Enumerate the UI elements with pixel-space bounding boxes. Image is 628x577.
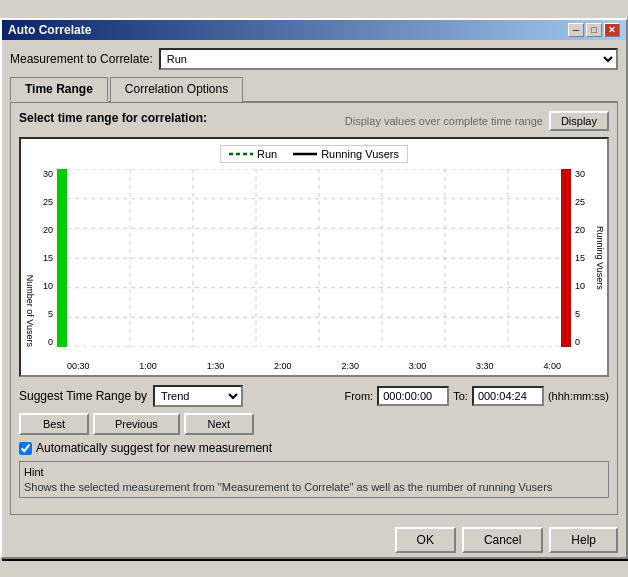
auto-correlate-window: Auto Correlate ─ □ ✕ Measurement to Corr…	[0, 18, 628, 559]
tab-time-range[interactable]: Time Range	[10, 77, 108, 102]
chart-legend: Run Running Vusers	[220, 145, 408, 163]
next-button[interactable]: Next	[184, 413, 254, 435]
help-button[interactable]: Help	[549, 527, 618, 553]
title-bar-buttons: ─ □ ✕	[568, 23, 620, 37]
bottom-button-bar: OK Cancel Help	[2, 523, 626, 557]
to-label: To:	[453, 390, 468, 402]
hms-label: (hhh:mm:ss)	[548, 390, 609, 402]
tab-bar: Time Range Correlation Options	[10, 76, 618, 103]
auto-suggest-checkbox[interactable]	[19, 442, 32, 455]
tab-correlation-options[interactable]: Correlation Options	[110, 77, 243, 102]
close-button[interactable]: ✕	[604, 23, 620, 37]
previous-button[interactable]: Previous	[93, 413, 180, 435]
auto-suggest-label: Automatically suggest for new measuremen…	[36, 441, 272, 455]
green-range-bar[interactable]	[57, 169, 67, 347]
display-button[interactable]: Display	[549, 111, 609, 131]
display-area: Display values over complete time range …	[345, 111, 609, 131]
legend-running-vusers: Running Vusers	[293, 148, 399, 160]
from-label: From:	[344, 390, 373, 402]
chart-svg	[67, 169, 571, 347]
legend-run: Run	[229, 148, 277, 160]
display-values-text: Display values over complete time range	[345, 115, 543, 127]
suggest-label: Suggest Time Range by	[19, 389, 147, 403]
best-button[interactable]: Best	[19, 413, 89, 435]
from-input[interactable]	[377, 386, 449, 406]
window-title: Auto Correlate	[8, 23, 91, 37]
ok-button[interactable]: OK	[395, 527, 456, 553]
maximize-button[interactable]: □	[586, 23, 602, 37]
hint-text: Shows the selected measurement from "Mea…	[24, 481, 604, 493]
y-label-left: Number of Vusers	[25, 169, 35, 347]
suggest-combo[interactable]: Trend Percentile Manual	[153, 385, 243, 407]
title-bar: Auto Correlate ─ □ ✕	[2, 20, 626, 40]
from-to-group: From: To: (hhh:mm:ss)	[344, 386, 609, 406]
section-header-row: Select time range for correlation: Displ…	[19, 111, 609, 131]
nav-buttons: Best Previous Next	[19, 413, 609, 435]
measurement-combo[interactable]: Run	[159, 48, 618, 70]
hint-title: Hint	[24, 466, 604, 478]
measurement-row: Measurement to Correlate: Run	[10, 48, 618, 70]
section-title: Select time range for correlation:	[19, 111, 207, 125]
red-range-bar[interactable]	[561, 169, 571, 347]
chart-container: Run Running Vusers 30 25 20 15 10 5 0	[19, 137, 609, 377]
y-label-right: Running Vusers	[595, 169, 605, 347]
cancel-button[interactable]: Cancel	[462, 527, 543, 553]
measurement-select[interactable]: Run	[161, 52, 616, 66]
hint-box: Hint Shows the selected measurement from…	[19, 461, 609, 498]
measurement-label: Measurement to Correlate:	[10, 52, 153, 66]
x-axis: 00:30 1:00 1:30 2:00 2:30 3:00 3:30 4:00	[67, 361, 561, 371]
tab-content-time-range: Select time range for correlation: Displ…	[10, 103, 618, 515]
minimize-button[interactable]: ─	[568, 23, 584, 37]
dialog-content: Measurement to Correlate: Run Time Range…	[2, 40, 626, 523]
auto-suggest-row: Automatically suggest for new measuremen…	[19, 441, 609, 455]
to-input[interactable]	[472, 386, 544, 406]
suggest-row: Suggest Time Range by Trend Percentile M…	[19, 385, 609, 407]
suggest-select[interactable]: Trend Percentile Manual	[155, 389, 241, 403]
